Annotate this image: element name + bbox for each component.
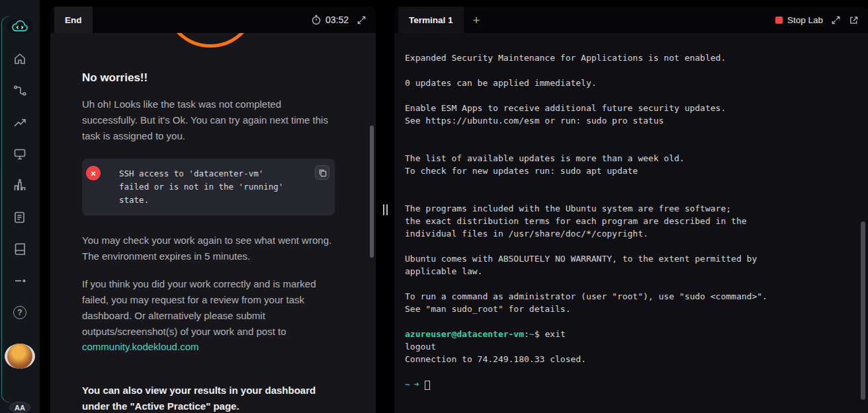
minimize-icon[interactable] xyxy=(13,274,27,288)
stop-icon xyxy=(775,17,783,24)
lab-timer: 03:52 xyxy=(311,15,349,25)
result-heading: No worries!! xyxy=(82,71,335,85)
terminal-line xyxy=(405,127,852,139)
results-panel: End 03:52 No worr xyxy=(50,7,376,413)
external-link-icon[interactable] xyxy=(849,15,859,25)
error-x-icon: × xyxy=(86,166,101,180)
terminal-prompt-line: azureuser@datacenter-vm:~$exit xyxy=(405,328,852,340)
new-terminal-button[interactable]: + xyxy=(473,14,480,26)
panel-divider xyxy=(376,7,394,413)
community-link[interactable]: community.kodekloud.com xyxy=(82,341,198,352)
terminal-line: individual files in /usr/share/doc/*/cop… xyxy=(405,227,852,240)
terminal-line: The list of available updates is more th… xyxy=(405,152,852,165)
terminal-screen[interactable]: Expanded Security Maintenance for Applic… xyxy=(394,33,868,413)
terminal-line: the exact distribution terms for each pr… xyxy=(405,215,852,227)
tab-end[interactable]: End xyxy=(54,7,93,33)
terminal-current-prompt-line: ~➜ xyxy=(405,378,852,391)
terminal-line xyxy=(405,278,852,290)
terminal-scrollbar[interactable] xyxy=(861,221,865,400)
stopwatch-icon xyxy=(311,15,322,25)
fullscreen-icon[interactable] xyxy=(831,15,841,25)
left-panel-scrollbar[interactable] xyxy=(370,126,374,258)
result-paragraph-4: You can also view your results in your d… xyxy=(82,383,335,413)
prompt-arrow-icon: ➜ xyxy=(414,379,419,389)
result-paragraph-1: Uh oh! Looks like the task was not compl… xyxy=(82,96,335,144)
terminal-line xyxy=(405,315,852,328)
copy-icon[interactable] xyxy=(315,165,329,180)
panel-resize-handle[interactable] xyxy=(380,200,390,219)
stop-lab-label: Stop Lab xyxy=(787,15,823,25)
leaderboard-icon[interactable] xyxy=(13,178,27,193)
terminal-line: To check for new updates run: sudo apt u… xyxy=(405,165,852,177)
terminal-header: Terminal 1 + Stop Lab xyxy=(394,7,868,33)
tab-terminal-1[interactable]: Terminal 1 xyxy=(398,7,464,33)
sidebar: ? AA xyxy=(0,0,40,413)
terminal-line xyxy=(405,177,852,190)
user-initials-badge[interactable]: AA xyxy=(9,402,30,413)
cloud-logo-glyph xyxy=(11,20,28,33)
results-panel-header: End 03:52 xyxy=(50,7,376,33)
terminal-line: Ubuntu comes with ABSOLUTELY NO WARRANTY… xyxy=(405,252,852,265)
book-icon[interactable] xyxy=(13,242,27,256)
terminal-line: Expanded Security Maintenance for Applic… xyxy=(405,52,852,64)
prompt-user-host: azureuser@datacenter-vm xyxy=(405,329,524,339)
terminal-line: The programs included with the Ubuntu sy… xyxy=(405,202,852,215)
terminal-line xyxy=(405,240,852,252)
error-message-box: × SSH access to 'datacenter-vm' failed o… xyxy=(82,159,335,215)
terminal-line: See "man sudo_root" for details. xyxy=(405,303,852,315)
prompt-path: ~ xyxy=(529,329,535,339)
main-area: End 03:52 No worr xyxy=(40,0,868,413)
result-paragraph-3: If you think you did your work correctly… xyxy=(82,276,335,340)
sidebar-nav: ? xyxy=(13,52,27,320)
home-icon[interactable] xyxy=(13,52,27,66)
terminal-line: Connection to 74.249.180.33 closed. xyxy=(405,353,852,365)
sidebar-accent-line xyxy=(1,16,9,402)
stop-lab-button[interactable]: Stop Lab xyxy=(775,15,823,25)
trending-up-icon[interactable] xyxy=(13,115,27,130)
terminal-line xyxy=(405,365,852,378)
terminal-line: Enable ESM Apps to receive additional fu… xyxy=(405,102,852,114)
help-glyph: ? xyxy=(13,306,26,319)
kodekloud-logo-icon[interactable] xyxy=(7,20,32,33)
user-avatar[interactable] xyxy=(5,344,35,369)
terminal-line xyxy=(405,190,852,202)
terminal-line xyxy=(405,64,852,77)
terminal-panel: Terminal 1 + Stop Lab xyxy=(394,7,868,413)
terminal-line: applicable law. xyxy=(405,265,852,278)
terminal-line xyxy=(405,89,852,102)
terminal-line: See https://ubuntu.com/esm or run: sudo … xyxy=(405,114,852,127)
progress-arc xyxy=(164,33,257,48)
expand-panel-icon[interactable] xyxy=(357,15,367,25)
error-text: SSH access to 'datacenter-vm' failed or … xyxy=(119,167,298,207)
results-content: No worries!! Uh oh! Looks like the task … xyxy=(50,33,376,413)
result-paragraph-2: You may check your work again to see wha… xyxy=(82,233,335,264)
prompt-command: exit xyxy=(545,329,566,339)
terminal-line: 0 updates can be applied immediately. xyxy=(405,77,852,89)
terminal-line xyxy=(405,139,852,152)
notes-icon[interactable] xyxy=(13,210,27,225)
terminal-line: To run a command as administrator (user … xyxy=(405,290,852,303)
timer-value: 03:52 xyxy=(326,15,349,25)
help-icon[interactable]: ? xyxy=(13,305,27,320)
user-avatar-image xyxy=(7,344,32,369)
terminal-line: logout xyxy=(405,340,852,353)
current-prompt-path: ~ xyxy=(405,379,410,389)
pipeline-icon[interactable] xyxy=(13,83,27,98)
terminal-cursor xyxy=(425,381,430,390)
monitor-icon[interactable] xyxy=(13,147,27,161)
